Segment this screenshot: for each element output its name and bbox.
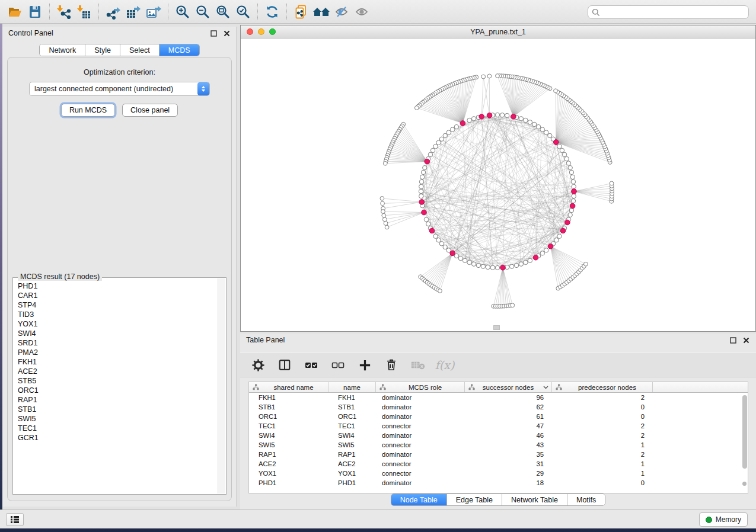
function-builder-icon[interactable]: f(x) xyxy=(438,358,452,372)
table-row[interactable]: TEC1TEC1connector472 xyxy=(249,421,748,431)
column-header-predecessor-nodes[interactable]: predecessor nodes xyxy=(552,382,653,392)
table-cell: SWI5 xyxy=(249,441,328,448)
tab-style[interactable]: Style xyxy=(85,44,120,56)
column-header-successor-nodes[interactable]: successor nodes xyxy=(465,382,552,392)
mcds-result-item[interactable]: FKH1 xyxy=(18,357,218,367)
table-row[interactable]: ACE2ACE2connector311 xyxy=(249,459,748,469)
table-row[interactable]: RAP1RAP1dominator352 xyxy=(249,450,748,459)
table-row[interactable]: SWI5SWI5connector431 xyxy=(249,440,748,450)
float-table-panel-icon[interactable] xyxy=(729,336,737,344)
mcds-result-item[interactable]: SWI5 xyxy=(18,414,218,424)
search-input[interactable] xyxy=(602,8,748,17)
mcds-result-item[interactable]: PMA2 xyxy=(18,348,218,357)
mcds-result-item[interactable]: GCR1 xyxy=(18,433,218,443)
show-column-icon[interactable] xyxy=(277,358,292,372)
table-cell: connector xyxy=(376,470,465,477)
mcds-result-item[interactable]: PHD1 xyxy=(18,281,218,291)
close-panel-icon[interactable] xyxy=(222,29,231,37)
table-cell: 62 xyxy=(465,403,552,411)
column-header-shared-name[interactable]: shared name xyxy=(249,382,328,392)
table-cell: PHD1 xyxy=(328,479,376,486)
table-cell: dominator xyxy=(376,451,465,458)
select-stepper-icon xyxy=(197,82,209,95)
mcds-result-item[interactable]: STP4 xyxy=(18,300,218,310)
zoom-out-icon[interactable] xyxy=(193,2,213,21)
mcds-result-item[interactable]: ORC1 xyxy=(18,386,218,395)
network-canvas[interactable] xyxy=(241,39,755,331)
mcds-result-item[interactable]: ACE2 xyxy=(18,367,218,376)
task-history-button[interactable] xyxy=(6,513,24,526)
tab-network-table[interactable]: Network Table xyxy=(502,494,567,505)
settings-gear-icon[interactable] xyxy=(251,358,265,372)
export-image-icon[interactable] xyxy=(143,2,164,21)
criterion-select[interactable]: largest connected component (undirected) xyxy=(29,82,210,96)
mcds-result-item[interactable]: TID3 xyxy=(18,310,218,319)
close-panel-button[interactable]: Close panel xyxy=(122,104,178,117)
zoom-fit-icon[interactable] xyxy=(213,2,233,21)
table-scrollbar-thumb[interactable] xyxy=(742,395,747,469)
float-panel-icon[interactable] xyxy=(209,29,218,37)
export-table-icon[interactable] xyxy=(123,2,143,21)
table-cell: 1 xyxy=(552,470,653,477)
mcds-result-item[interactable]: RAP1 xyxy=(18,395,218,405)
zoom-selected-icon[interactable] xyxy=(233,2,253,21)
open-session-icon[interactable] xyxy=(5,2,25,21)
delete-table-icon[interactable] xyxy=(411,358,425,372)
memory-button[interactable]: Memory xyxy=(699,512,748,527)
mcds-result-item[interactable]: YOX1 xyxy=(18,319,218,329)
table-cell: ORC1 xyxy=(328,413,376,420)
tab-motifs[interactable]: Motifs xyxy=(567,494,605,505)
column-header-MCDS-role[interactable]: MCDS role xyxy=(376,382,465,392)
mcds-result-item[interactable]: SRD1 xyxy=(18,338,218,348)
table-cell: dominator xyxy=(376,403,465,411)
table-cell: 61 xyxy=(465,413,552,420)
show-all-icon[interactable] xyxy=(352,2,372,21)
add-column-icon[interactable] xyxy=(358,358,372,372)
import-network-icon[interactable] xyxy=(54,2,74,21)
table-row[interactable]: STB1STB1dominator620 xyxy=(249,402,748,412)
canvas-resize-grip[interactable] xyxy=(493,325,500,330)
mcds-result-list: PHD1CAR1STP4TID3YOX1SWI4SRD1PMA2FKH1ACE2… xyxy=(14,281,218,493)
table-row[interactable]: YOX1YOX1connector291 xyxy=(249,469,748,478)
status-bar: Memory xyxy=(0,509,756,528)
select-all-icon[interactable] xyxy=(304,358,318,372)
clone-network-icon[interactable] xyxy=(291,2,311,21)
mcds-tab-content: Optimization criterion: largest connecte… xyxy=(7,57,232,501)
table-row[interactable]: PHD1PHD1dominator180 xyxy=(249,478,748,488)
tab-select[interactable]: Select xyxy=(120,44,160,56)
table-row[interactable]: SWI4SWI4dominator462 xyxy=(249,431,748,440)
first-neighbors-icon[interactable] xyxy=(311,2,331,21)
table-row[interactable]: FKH1FKH1dominator962 xyxy=(249,393,748,402)
table-cell: RAP1 xyxy=(328,451,376,458)
table-cell: 47 xyxy=(465,422,552,430)
import-table-icon[interactable] xyxy=(74,2,94,21)
tab-node-table[interactable]: Node Table xyxy=(391,494,447,505)
table-cell: 0 xyxy=(552,479,653,486)
mcds-result-item[interactable]: CAR1 xyxy=(18,291,218,300)
toolbar-separator xyxy=(98,4,99,20)
run-mcds-button[interactable]: Run MCDS xyxy=(61,104,115,117)
delete-column-icon[interactable] xyxy=(384,358,398,372)
mcds-result-item[interactable]: STB5 xyxy=(18,376,218,386)
mcds-result-item[interactable]: TEC1 xyxy=(18,424,218,433)
network-window-titlebar[interactable]: YPA_prune.txt_1 xyxy=(241,25,755,39)
close-table-panel-icon[interactable] xyxy=(742,336,750,344)
zoom-in-icon[interactable] xyxy=(173,2,193,21)
table-cell: YOX1 xyxy=(249,470,328,477)
table-row[interactable]: ORC1ORC1dominator610 xyxy=(249,412,748,421)
tab-edge-table[interactable]: Edge Table xyxy=(447,494,502,505)
result-list-scrollbar[interactable] xyxy=(218,278,225,493)
mcds-result-item[interactable]: STB1 xyxy=(18,405,218,414)
column-header-name[interactable]: name xyxy=(328,382,376,392)
save-session-icon[interactable] xyxy=(25,2,45,21)
mcds-result-item[interactable]: SWI4 xyxy=(18,329,218,338)
network-window: YPA_prune.txt_1 xyxy=(240,25,756,332)
table-cell: STB1 xyxy=(249,403,328,411)
export-network-icon[interactable] xyxy=(103,2,123,21)
apply-layout-icon[interactable] xyxy=(262,2,282,21)
deselect-all-icon[interactable] xyxy=(331,358,345,372)
tab-mcds[interactable]: MCDS xyxy=(160,44,199,56)
hide-selected-icon[interactable] xyxy=(331,2,352,21)
node-table: shared namenameMCDS rolesuccessor nodesp… xyxy=(248,382,748,493)
tab-network[interactable]: Network xyxy=(40,44,85,56)
